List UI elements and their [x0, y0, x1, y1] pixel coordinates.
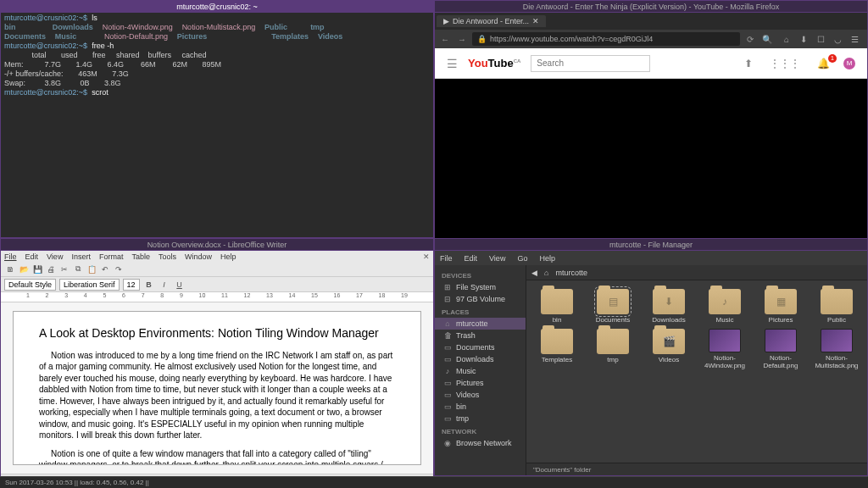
breadcrumb[interactable]: mturcotte	[555, 269, 587, 277]
menu-edit[interactable]: Edit	[25, 252, 39, 261]
browser-tab[interactable]: ▶Die Antwoord - Enter...✕	[437, 15, 546, 27]
folder-item[interactable]: 🎬Videos	[643, 329, 694, 369]
size-select[interactable]: 12	[123, 279, 140, 291]
folder-item[interactable]: tmp	[587, 329, 638, 369]
underline-icon[interactable]: U	[174, 279, 186, 291]
menu-view[interactable]: View	[47, 252, 63, 261]
firefox-title[interactable]: Die Antwoord - Enter The Ninja (Explicit…	[435, 1, 867, 13]
folder-icon: ♪	[709, 289, 741, 314]
youtube-header: ☰ YouTubeCA ⬆ ⋮⋮⋮ 🔔 M	[435, 48, 867, 79]
icon-view[interactable]: bin▤Documents⬇Downloads♪Music▦PicturesPu…	[526, 280, 867, 463]
folder-label: bin	[553, 316, 562, 324]
reload-button[interactable]: ⟳	[743, 32, 757, 46]
standard-toolbar: 🗎 📂 💾 🖨 ✂ ⧉ 📋 ↶ ↷	[1, 262, 433, 277]
font-select[interactable]: Liberation Serif	[59, 279, 120, 291]
copy-icon[interactable]: ⧉	[72, 263, 84, 275]
home-icon[interactable]: ⌂	[781, 33, 793, 45]
sidebar-item[interactable]: ▭bin	[435, 401, 526, 413]
notifications-icon[interactable]: 🔔	[814, 58, 833, 69]
sidebar-item[interactable]: ⌂mturcotte	[435, 318, 526, 330]
nav-back-icon[interactable]: ◀	[531, 269, 537, 277]
yt-menu-icon[interactable]: ☰	[447, 57, 458, 70]
menu-icon[interactable]: ☰	[849, 33, 860, 45]
page: A Look at Desktop Environments: Notion T…	[13, 311, 421, 465]
libreoffice-pane: Notion Overview.docx - LibreOffice Write…	[0, 238, 434, 476]
doc-close-icon[interactable]: ✕	[423, 252, 430, 261]
video-player[interactable]	[435, 79, 867, 240]
sidebar-item[interactable]: ▭Videos	[435, 389, 526, 401]
menu-file[interactable]: File	[440, 254, 453, 263]
pocket-icon[interactable]: ◡	[832, 33, 843, 45]
bold-icon[interactable]: B	[143, 279, 155, 291]
menu-insert[interactable]: Insert	[71, 252, 91, 261]
image-item[interactable]: Notion-Default.png	[755, 329, 806, 369]
sidebar-item-label: Music	[456, 367, 476, 375]
folder-icon: ▭	[443, 414, 452, 423]
youtube-logo[interactable]: YouTubeCA	[468, 57, 520, 69]
ruler[interactable]: 12345678910111213141516171819	[1, 292, 433, 302]
new-icon[interactable]: 🗎	[4, 263, 16, 275]
back-button[interactable]: ←	[438, 32, 452, 46]
avatar[interactable]: M	[843, 58, 855, 69]
folder-item[interactable]: bin	[531, 289, 582, 324]
image-thumbnail	[821, 329, 853, 352]
folder-item[interactable]: Public	[811, 289, 862, 324]
sidebar-item[interactable]: ♪Music	[435, 365, 526, 377]
folder-icon: ▭	[443, 402, 452, 411]
sidebar-item[interactable]: ⊞File System	[435, 281, 526, 293]
close-icon[interactable]: ✕	[532, 17, 539, 25]
folder-item[interactable]: ♪Music	[699, 289, 750, 324]
style-select[interactable]: Default Style	[4, 279, 56, 291]
upload-icon[interactable]: ⬆	[741, 58, 756, 69]
search-button[interactable]: 🔍	[760, 32, 774, 46]
print-icon[interactable]: 🖨	[45, 263, 57, 275]
undo-icon[interactable]: ↶	[99, 263, 111, 275]
image-item[interactable]: Notion-Multistack.png	[811, 329, 862, 369]
paragraph: Notion was introduced to me by a long ti…	[39, 350, 395, 441]
menu-help[interactable]: Help	[539, 254, 555, 263]
menu-edit[interactable]: Edit	[465, 254, 478, 263]
home-icon[interactable]: ⌂	[544, 269, 548, 277]
download-icon[interactable]: ⬇	[798, 33, 810, 45]
menu-file[interactable]: File	[4, 252, 17, 261]
sidebar: DEVICES ⊞File System⊟97 GB Volume PLACES…	[435, 265, 526, 475]
menu-go[interactable]: Go	[517, 254, 527, 263]
url-bar[interactable]: 🔒https://www.youtube.com/watch?v=cegdR0G…	[472, 32, 740, 46]
document-area[interactable]: A Look at Desktop Environments: Notion T…	[1, 302, 433, 474]
folder-item[interactable]: ▦Pictures	[755, 289, 806, 324]
image-item[interactable]: Notion-4Window.png	[699, 329, 750, 369]
redo-icon[interactable]: ↷	[113, 263, 125, 275]
terminal-body[interactable]: mturcotte@crusnic02:~$ ls bin Downloads …	[1, 13, 433, 98]
cut-icon[interactable]: ✂	[58, 263, 70, 275]
menu-tools[interactable]: Tools	[159, 252, 176, 261]
forward-button[interactable]: →	[455, 32, 469, 46]
open-icon[interactable]: 📂	[18, 263, 30, 275]
folder-icon: ♪	[443, 367, 452, 375]
terminal-title[interactable]: mturcotte@crusnic02: ~	[1, 1, 433, 13]
sidebar-item[interactable]: ▭Downloads	[435, 353, 526, 365]
italic-icon[interactable]: I	[159, 279, 170, 291]
youtube-search-input[interactable]	[531, 55, 650, 72]
fm-title[interactable]: mturcotte - File Manager	[435, 239, 867, 251]
menu-view[interactable]: View	[489, 254, 505, 263]
lo-title[interactable]: Notion Overview.docx - LibreOffice Write…	[1, 239, 433, 251]
sidebar-item[interactable]: ⊟97 GB Volume	[435, 293, 526, 305]
menu-window[interactable]: Window	[185, 252, 212, 261]
menu-table[interactable]: Table	[131, 252, 150, 261]
save-icon[interactable]: 💾	[31, 263, 43, 275]
sidebar-item[interactable]: 🗑Trash	[435, 330, 526, 341]
menu-help[interactable]: Help	[220, 252, 236, 261]
menu-format[interactable]: Format	[99, 252, 124, 261]
paste-icon[interactable]: 📋	[86, 263, 97, 275]
sidebar-item[interactable]: ▭Pictures	[435, 377, 526, 389]
folder-icon: ⬇	[653, 289, 685, 314]
folder-item[interactable]: ▤Documents	[587, 289, 638, 324]
sidebar-item[interactable]: ▭Documents	[435, 341, 526, 353]
folder-item[interactable]: Templates	[531, 329, 582, 369]
sidebar-item[interactable]: ◉Browse Network	[435, 437, 526, 449]
folder-item[interactable]: ⬇Downloads	[643, 289, 694, 324]
apps-icon[interactable]: ⋮⋮⋮	[766, 58, 804, 69]
sidebar-item[interactable]: ▭tmp	[435, 413, 526, 424]
bookmark-icon[interactable]: ☐	[815, 33, 826, 45]
taskbar[interactable]: Sun 2017-03-26 10:53 || load: 0.45, 0.56…	[0, 476, 868, 488]
